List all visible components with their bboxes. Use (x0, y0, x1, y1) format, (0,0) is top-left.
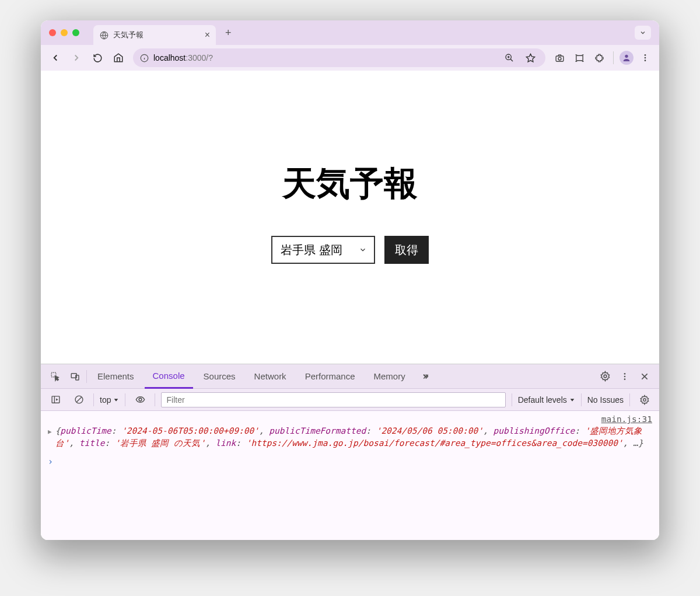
console-settings-icon[interactable] (636, 391, 653, 409)
tab-close-button[interactable]: × (205, 30, 210, 40)
back-button[interactable] (47, 49, 64, 67)
console-log-entry[interactable]: ▶ {publicTime: '2024-05-06T05:00:00+09:0… (48, 425, 652, 449)
devtools-menu-icon[interactable] (616, 368, 634, 385)
svg-point-18 (645, 57, 646, 59)
new-tab-button[interactable]: + (225, 27, 232, 39)
window-menu-button[interactable] (635, 26, 651, 40)
location-select-value: 岩手県 盛岡 (281, 242, 342, 258)
svg-marker-35 (570, 399, 574, 401)
clear-console-icon[interactable] (70, 391, 88, 409)
zoom-icon[interactable] (501, 50, 517, 66)
console-object-text: {publicTime: '2024-05-06T05:00:00+09:00'… (55, 425, 652, 449)
more-tabs-button[interactable] (416, 368, 433, 385)
svg-point-23 (604, 375, 607, 378)
svg-marker-8 (526, 54, 534, 61)
svg-point-10 (558, 57, 561, 60)
page-heading: 天気予報 (282, 161, 418, 207)
log-levels-select[interactable]: Default levels (518, 395, 575, 405)
live-expression-icon[interactable] (131, 391, 149, 409)
tab-bar: 天気予報 × + (41, 20, 659, 45)
console-prompt[interactable]: › (48, 456, 652, 467)
inspect-element-icon[interactable] (47, 368, 64, 385)
tab-title: 天気予報 (113, 30, 200, 40)
profile-avatar[interactable] (620, 51, 634, 65)
site-info-icon[interactable] (140, 54, 149, 62)
tab-sources[interactable]: Sources (195, 364, 244, 389)
svg-rect-11 (576, 55, 582, 61)
settings-icon[interactable] (596, 368, 614, 385)
extensions-icon[interactable] (591, 50, 607, 66)
browser-window: 天気予報 × + localhost:3000/? (41, 20, 659, 540)
filter-input[interactable] (161, 392, 505, 407)
devtools-tabs: Elements Console Sources Network Perform… (41, 364, 659, 389)
url-text: localhost:3000/? (153, 53, 496, 62)
svg-point-34 (139, 398, 142, 401)
fetch-button[interactable]: 取得 (384, 236, 429, 264)
console-source-link[interactable]: main.js:31 (48, 414, 652, 424)
chevron-down-icon (359, 246, 367, 254)
issues-status[interactable]: No Issues (587, 395, 624, 405)
context-select[interactable]: top (100, 395, 119, 405)
svg-point-16 (625, 55, 628, 58)
address-bar: localhost:3000/? (41, 45, 659, 71)
svg-rect-29 (52, 396, 60, 403)
home-button[interactable] (110, 49, 127, 67)
device-toolbar-icon[interactable] (66, 368, 84, 385)
menu-button[interactable] (637, 50, 653, 66)
form-row: 岩手県 盛岡 取得 (271, 236, 429, 264)
globe-icon (99, 30, 108, 40)
url-bar[interactable]: localhost:3000/? (133, 48, 545, 67)
traffic-lights (49, 29, 79, 36)
tab-performance[interactable]: Performance (297, 364, 363, 389)
page-content: 天気予報 岩手県 盛岡 取得 (41, 71, 659, 364)
location-select[interactable]: 岩手県 盛岡 (271, 236, 375, 264)
expand-arrow-icon[interactable]: ▶ (48, 427, 52, 437)
tab-memory[interactable]: Memory (366, 364, 414, 389)
svg-rect-9 (556, 55, 564, 61)
reload-button[interactable] (89, 49, 106, 67)
svg-point-19 (645, 60, 646, 61)
svg-point-17 (645, 54, 646, 56)
bookmark-icon[interactable] (522, 50, 538, 66)
minimize-window-button[interactable] (61, 29, 68, 36)
svg-line-5 (510, 59, 513, 61)
tab-network[interactable]: Network (246, 364, 295, 389)
close-devtools-button[interactable] (636, 368, 653, 385)
svg-point-36 (643, 398, 646, 401)
svg-point-24 (624, 373, 626, 375)
console-toolbar: top Default levels No Issues (41, 389, 659, 411)
svg-point-26 (624, 378, 626, 380)
maximize-window-button[interactable] (72, 29, 79, 36)
tab-console[interactable]: Console (145, 364, 193, 389)
svg-marker-33 (114, 399, 118, 401)
browser-tab[interactable]: 天気予報 × (93, 25, 216, 45)
svg-point-25 (624, 375, 626, 377)
console-body: main.js:31 ▶ {publicTime: '2024-05-06T05… (41, 411, 659, 540)
close-window-button[interactable] (49, 29, 56, 36)
svg-line-32 (76, 397, 82, 402)
forward-button[interactable] (68, 49, 85, 67)
devtools: Elements Console Sources Network Perform… (41, 364, 659, 540)
tab-elements[interactable]: Elements (89, 364, 142, 389)
viewport-icon[interactable] (571, 50, 587, 66)
camera-icon[interactable] (551, 50, 568, 66)
sidebar-toggle-icon[interactable] (47, 391, 64, 409)
